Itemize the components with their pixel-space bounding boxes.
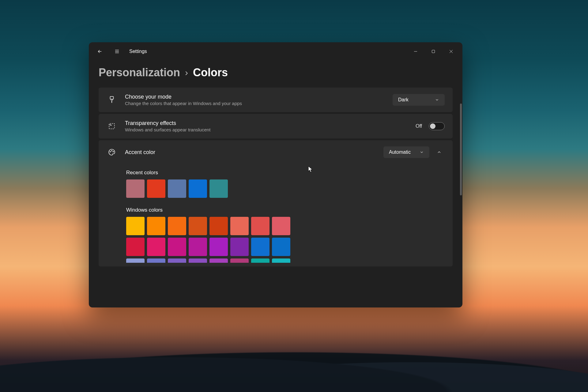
windows-colors-label: Windows colors: [126, 207, 445, 213]
accent-dropdown-value: Automatic: [389, 149, 411, 155]
color-swatch[interactable]: [126, 238, 145, 256]
svg-rect-4: [432, 50, 435, 53]
svg-rect-7: [110, 96, 114, 99]
minimize-button[interactable]: [407, 45, 424, 58]
desktop-wallpaper-mountain: [0, 300, 588, 392]
color-swatch[interactable]: [230, 258, 249, 263]
breadcrumb-current: Colors: [193, 66, 228, 79]
color-swatch[interactable]: [272, 238, 290, 256]
transparency-subtitle: Windows and surfaces appear translucent: [125, 127, 210, 132]
breadcrumb: Personalization › Colors: [99, 61, 453, 88]
color-swatch[interactable]: [209, 217, 228, 235]
chevron-right-icon: ›: [185, 67, 188, 78]
svg-point-9: [110, 151, 111, 152]
color-swatch[interactable]: [126, 179, 145, 198]
color-swatch[interactable]: [230, 238, 249, 256]
color-swatch[interactable]: [189, 238, 207, 256]
transparency-title: Transparency effects: [125, 120, 210, 126]
color-swatch[interactable]: [209, 258, 228, 263]
color-swatch[interactable]: [209, 238, 228, 256]
transparency-toggle[interactable]: [429, 122, 445, 130]
color-swatch[interactable]: [168, 238, 186, 256]
mode-dropdown[interactable]: Dark: [393, 94, 445, 106]
color-swatch[interactable]: [251, 217, 270, 235]
paintbrush-icon: [107, 96, 117, 104]
color-swatch[interactable]: [272, 217, 290, 235]
color-swatch[interactable]: [230, 217, 249, 235]
windows-colors-row-3: [126, 258, 359, 263]
svg-point-10: [111, 150, 112, 151]
breadcrumb-parent[interactable]: Personalization: [99, 66, 180, 79]
color-swatch[interactable]: [147, 238, 165, 256]
accent-color-card: Accent color Automatic: [99, 140, 453, 164]
windows-colors-row-1: [126, 217, 359, 235]
color-swatch[interactable]: [209, 179, 228, 198]
color-swatch[interactable]: [126, 258, 145, 263]
recent-colors-label: Recent colors: [126, 170, 445, 176]
svg-point-11: [113, 151, 114, 152]
choose-mode-subtitle: Change the colors that appear in Windows…: [125, 101, 242, 106]
windows-colors-row-2: [126, 238, 359, 256]
color-swatch[interactable]: [272, 258, 290, 263]
hamburger-menu-icon[interactable]: [112, 47, 122, 56]
color-swatch[interactable]: [147, 217, 165, 235]
mode-dropdown-value: Dark: [398, 97, 409, 103]
recent-colors-row: [126, 179, 359, 198]
accent-panel: Recent colors Windows colors: [99, 164, 453, 266]
accent-title: Accent color: [125, 149, 155, 156]
svg-rect-8: [109, 123, 114, 129]
color-swatch[interactable]: [168, 179, 186, 198]
back-button[interactable]: [95, 47, 105, 56]
accent-dropdown[interactable]: Automatic: [383, 146, 429, 158]
color-swatch[interactable]: [168, 258, 186, 263]
choose-mode-card: Choose your mode Change the colors that …: [99, 88, 453, 112]
color-swatch[interactable]: [126, 217, 145, 235]
toggle-knob: [430, 123, 435, 129]
transparency-icon: [107, 122, 117, 130]
color-swatch[interactable]: [147, 179, 165, 198]
maximize-button[interactable]: [424, 45, 442, 58]
chevron-down-icon: [435, 98, 439, 102]
transparency-state-label: Off: [416, 123, 422, 129]
transparency-card: Transparency effects Windows and surface…: [99, 114, 453, 138]
close-button[interactable]: [442, 45, 460, 58]
color-swatch[interactable]: [251, 258, 270, 263]
palette-icon: [107, 148, 117, 156]
color-swatch[interactable]: [189, 217, 207, 235]
content-area: Personalization › Colors Choose your mod…: [89, 61, 462, 266]
color-swatch[interactable]: [147, 258, 165, 263]
color-swatch[interactable]: [189, 258, 207, 263]
settings-window: Settings Personalization › Colors: [89, 42, 462, 307]
chevron-down-icon: [420, 150, 424, 154]
color-swatch[interactable]: [251, 238, 270, 256]
choose-mode-title: Choose your mode: [125, 94, 242, 100]
collapse-button[interactable]: [434, 147, 445, 158]
color-swatch[interactable]: [189, 179, 207, 198]
titlebar: Settings: [89, 42, 462, 61]
app-title: Settings: [129, 49, 147, 54]
color-swatch[interactable]: [168, 217, 186, 235]
